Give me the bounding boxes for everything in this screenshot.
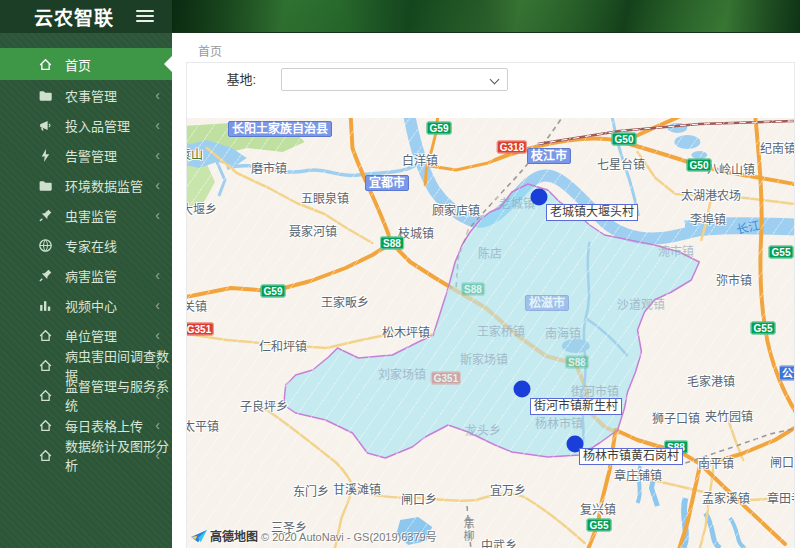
map-town-label: 复兴镇 — [580, 500, 616, 517]
pin-icon — [38, 208, 53, 223]
map-marker-label[interactable]: 街河市镇新生村 — [530, 398, 622, 415]
sidebar-item-pest-monitor[interactable]: 虫害监管‹ — [0, 200, 172, 230]
folder-icon — [38, 178, 53, 193]
sidebar-item-label: 首页 — [65, 55, 91, 74]
sidebar-item-input-goods[interactable]: 投入品管理‹ — [0, 110, 172, 140]
chevron-left-icon: ‹ — [155, 388, 160, 402]
sidebar-item-label: 投入品管理 — [65, 116, 130, 135]
road-badge: S88 — [565, 356, 589, 369]
map-town-label: 顾家店镇 — [432, 201, 480, 218]
road-badge: S88 — [461, 283, 485, 296]
chevron-left-icon: ‹ — [155, 88, 160, 102]
hamburger-menu-icon[interactable] — [136, 10, 154, 23]
sidebar-item-label: 每日表格上传 — [65, 416, 143, 435]
road-badge: G59 — [427, 122, 452, 135]
sidebar-item-env-data[interactable]: 环境数据监管‹ — [0, 170, 172, 200]
sidebar: 首页农事管理‹投入品管理‹告警管理‹环境数据监管‹虫害监管‹专家在线病害监管‹视… — [0, 33, 172, 548]
sidebar-item-data-statistics[interactable]: 数据统计及图形分析‹ — [0, 440, 172, 470]
map-town-label: 磨市镇 — [251, 159, 287, 176]
base-label: 基地: — [187, 68, 256, 91]
map-city-label: 枝江市 — [527, 148, 571, 164]
map-marker[interactable] — [531, 189, 548, 206]
map-town-label: 白洋镇 — [402, 151, 438, 168]
road-badge: G351 — [187, 323, 214, 336]
map-town-label: 焦柳 — [460, 517, 476, 543]
megaphone-icon — [38, 118, 53, 133]
copyright-text: © 2020 AutoNavi - GS(2019)6379号 — [261, 528, 437, 544]
map-town-label: 中武乡 — [481, 536, 517, 548]
map-city-label: 长阳土家族自治县 — [228, 121, 332, 137]
map-marker-label[interactable]: 杨林市镇黄石岗村 — [579, 448, 683, 465]
map-city-label: 松滋市 — [525, 295, 569, 311]
chart-icon — [38, 298, 53, 313]
map-town-label: 太平镇 — [187, 417, 219, 434]
home-icon — [38, 328, 53, 343]
road-badge: 公安 — [779, 366, 794, 381]
sidebar-item-video-center[interactable]: 视频中心‹ — [0, 290, 172, 320]
map-town-label: 闸口镇 — [770, 453, 794, 470]
chevron-left-icon: ‹ — [155, 298, 160, 312]
map-town-label: 甘溪滩镇 — [333, 480, 381, 497]
sidebar-item-alarm-management[interactable]: 告警管理‹ — [0, 140, 172, 170]
chevron-left-icon: ‹ — [155, 118, 160, 132]
map-town-label: 宜万乡 — [490, 481, 526, 498]
base-form: 基地: — [187, 63, 794, 118]
map-town-label: 杨林市镇 — [535, 414, 583, 431]
map-city-label: 宜都市 — [365, 175, 409, 191]
map-town-label: 大堰乡 — [187, 200, 217, 217]
sidebar-item-label: 单位管理 — [65, 326, 117, 345]
road-badge: G55 — [751, 322, 776, 335]
home-icon — [38, 418, 53, 433]
map-town-label: 狮子口镇 — [652, 409, 700, 426]
map-town-label: 毛家港镇 — [687, 372, 735, 389]
amap-plane-icon — [190, 529, 208, 543]
chevron-left-icon: ‹ — [155, 268, 160, 282]
map-town-label: 章田寺乡 — [767, 489, 794, 506]
chevron-left-icon: ‹ — [155, 358, 160, 372]
sidebar-item-label: 环境数据监管 — [65, 176, 143, 195]
app-title: 云农智联 — [34, 3, 114, 30]
globe-icon — [38, 238, 53, 253]
home-icon — [38, 388, 53, 403]
sidebar-item-expert-online[interactable]: 专家在线 — [0, 230, 172, 260]
map-town-label: 五眼泉镇 — [301, 189, 349, 206]
sidebar-item-farm-management[interactable]: 农事管理‹ — [0, 80, 172, 110]
map-town-label: 仁和坪镇 — [259, 337, 307, 354]
sidebar-item-label: 告警管理 — [65, 146, 117, 165]
road-badge: G59 — [261, 285, 286, 298]
base-select[interactable] — [281, 68, 508, 91]
sidebar-item-disease-monitor[interactable]: 病害监管‹ — [0, 260, 172, 290]
sidebar-item-supervision-system[interactable]: 监督管理与服务系统‹ — [0, 380, 172, 410]
road-badge: G55 — [769, 246, 794, 259]
map-town-label: 聂家河镇 — [289, 222, 337, 239]
sidebar-item-label: 专家在线 — [65, 236, 117, 255]
map-town-label: 李埠镇 — [690, 210, 726, 227]
map-town-label: 纪南镇 — [760, 139, 794, 156]
road-badge: S88 — [380, 237, 404, 250]
pin-icon — [38, 268, 53, 283]
amap-logo[interactable]: 高德地图 — [190, 527, 258, 544]
map[interactable]: 袁山磨市镇大堰乡五眼泉镇聂家河镇白洋镇顾家店镇枝城镇七星台镇纪南镇八岭山镇太湖港… — [187, 118, 794, 548]
header-banner — [172, 0, 800, 33]
map-town-label: 街河市镇 — [571, 382, 619, 399]
sidebar-item-home[interactable]: 首页 — [0, 48, 172, 80]
map-marker[interactable] — [514, 381, 531, 398]
chevron-left-icon: ‹ — [155, 178, 160, 192]
breadcrumb[interactable]: 首页 — [172, 33, 800, 62]
chevron-left-icon: ‹ — [155, 328, 160, 342]
map-town-label: 南海镇 — [545, 324, 581, 341]
map-town-label: 子良坪乡 — [240, 397, 288, 414]
map-town-label: 陈店 — [478, 244, 502, 261]
header: 云农智联 — [0, 0, 800, 33]
map-town-label: 弥市镇 — [716, 271, 752, 288]
map-town-label: 洋关镇 — [187, 297, 207, 314]
road-badge: G318 — [497, 141, 527, 154]
content-panel: 基地: — [186, 62, 795, 548]
map-town-label: 沙道观镇 — [617, 295, 665, 312]
map-town-label: 八岭山镇 — [707, 160, 755, 177]
bolt-icon — [38, 148, 53, 163]
map-town-label: 龙头乡 — [465, 421, 501, 438]
road-badge: G50 — [687, 159, 712, 172]
map-marker-label[interactable]: 老城镇大堰头村 — [546, 204, 638, 221]
chevron-left-icon: ‹ — [155, 418, 160, 432]
